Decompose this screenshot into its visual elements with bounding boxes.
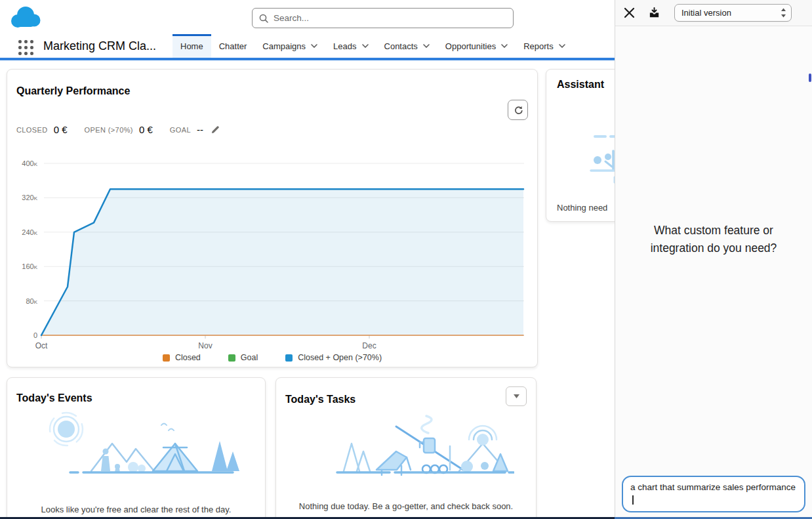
triangle-down-icon (514, 394, 519, 398)
kpi-label: OPEN (>70%) (85, 126, 133, 134)
tasks-campfire-illustration (298, 405, 514, 491)
legend-label: Closed + Open (>70%) (298, 353, 382, 362)
search-input[interactable] (274, 13, 506, 23)
legend-swatch-icon (163, 354, 170, 362)
events-camping-illustration (28, 405, 245, 494)
svg-text:0: 0 (33, 331, 37, 339)
text-caret (632, 495, 634, 505)
prompt-input-value: a chart that summarize sales performance (630, 482, 796, 492)
tab-label: Reports (523, 41, 554, 51)
salesforce-logo-icon (8, 5, 42, 30)
kpi-label: GOAL (170, 126, 191, 134)
tab-chatter[interactable]: Chatter (211, 34, 255, 58)
select-stepper-icon (781, 8, 786, 18)
legend-item: Closed + Open (>70%) (285, 353, 382, 362)
tab-contacts[interactable]: Contacts (376, 34, 437, 58)
tab-label: Leads (333, 41, 356, 51)
builder-side-panel: Initial version What custom feature or i… (615, 0, 812, 519)
svg-text:Dec: Dec (362, 341, 376, 350)
svg-text:400k: 400k (22, 159, 37, 167)
tab-label: Contacts (384, 41, 418, 51)
edit-goal-icon[interactable] (211, 125, 220, 135)
todays-tasks-title: Today's Tasks (285, 394, 355, 405)
tab-label: Home (180, 41, 203, 51)
version-select-value: Initial version (681, 8, 731, 18)
app-window: Marketing CRM Cla... HomeChatterCampaign… (0, 0, 812, 519)
close-icon (624, 7, 635, 18)
tab-campaigns[interactable]: Campaigns (254, 34, 325, 58)
svg-text:Oct: Oct (35, 341, 48, 350)
panel-topbar: Initial version (615, 0, 812, 26)
tasks-empty-text: Nothing due today. Be a go-getter, and c… (276, 501, 536, 511)
kpi-value: 0 € (54, 124, 68, 135)
legend-swatch-icon (228, 354, 235, 362)
tasks-menu-button[interactable] (506, 386, 527, 406)
chevron-down-icon (311, 44, 317, 48)
kpi-value: -- (197, 124, 203, 135)
refresh-icon (513, 105, 523, 115)
search-icon (259, 14, 268, 23)
nav-tabs: HomeChatterCampaignsLeadsContactsOpportu… (173, 34, 573, 58)
svg-text:Nov: Nov (198, 341, 212, 350)
tab-home[interactable]: Home (173, 34, 211, 58)
chevron-down-icon (362, 44, 369, 48)
prompt-input[interactable]: a chart that summarize sales performance (622, 476, 805, 512)
todays-tasks-card: Today's Tasks (275, 377, 537, 519)
chevron-down-icon (501, 44, 508, 48)
app-name: Marketing CRM Cla... (43, 39, 156, 53)
legend-label: Closed (175, 353, 201, 362)
global-header: Marketing CRM Cla... HomeChatterCampaign… (0, 0, 615, 58)
events-empty-text: Looks like you're free and clear the res… (7, 505, 265, 514)
assistant-empty-text: Nothing need (557, 203, 607, 213)
kpi-label: CLOSED (16, 126, 48, 134)
version-select[interactable]: Initial version (674, 4, 792, 22)
app-launcher-icon[interactable] (18, 40, 34, 56)
kpi-row: CLOSED0 €OPEN (>70%)0 €GOAL-- (16, 124, 220, 135)
kpi-closed: CLOSED0 € (16, 124, 68, 135)
tab-opportunities[interactable]: Opportunities (437, 34, 516, 58)
kpi-open-70-: OPEN (>70%)0 € (85, 124, 153, 135)
legend-item: Closed (163, 353, 201, 362)
chevron-down-icon (423, 44, 430, 48)
svg-text:160k: 160k (22, 262, 37, 270)
svg-text:240k: 240k (22, 228, 37, 236)
tab-label: Campaigns (262, 41, 306, 51)
tab-label: Opportunities (445, 41, 496, 51)
legend-swatch-icon (285, 354, 293, 362)
quarterly-performance-card: Quarterly Performance CLOSED0 €OPEN (>70… (7, 69, 538, 367)
svg-text:80k: 80k (26, 297, 37, 305)
todays-events-card: Today's Events (7, 377, 266, 519)
panel-question: What custom feature or integration do yo… (615, 222, 812, 257)
publish-button[interactable] (645, 5, 662, 22)
refresh-button[interactable] (508, 100, 528, 120)
publish-icon (648, 7, 660, 19)
performance-chart: 080k160k240k320k400kOctNovDec (7, 155, 538, 352)
close-panel-button[interactable] (620, 5, 638, 22)
tab-leads[interactable]: Leads (325, 34, 376, 58)
kpi-goal: GOAL-- (170, 124, 220, 135)
chart-legend: ClosedGoalClosed + Open (>70%) (7, 353, 537, 362)
kpi-value: 0 € (139, 124, 153, 135)
todays-events-title: Today's Events (16, 392, 92, 404)
legend-item: Goal (228, 353, 258, 362)
assistant-title: Assistant (557, 79, 604, 91)
panel-scrollbar-thumb[interactable] (809, 73, 811, 82)
quarterly-performance-title: Quarterly Performance (16, 85, 130, 97)
chevron-down-icon (559, 44, 565, 48)
legend-label: Goal (241, 353, 258, 362)
tab-reports[interactable]: Reports (516, 34, 573, 58)
tab-label: Chatter (219, 41, 247, 51)
svg-text:320k: 320k (22, 194, 37, 201)
global-search[interactable] (252, 8, 514, 28)
